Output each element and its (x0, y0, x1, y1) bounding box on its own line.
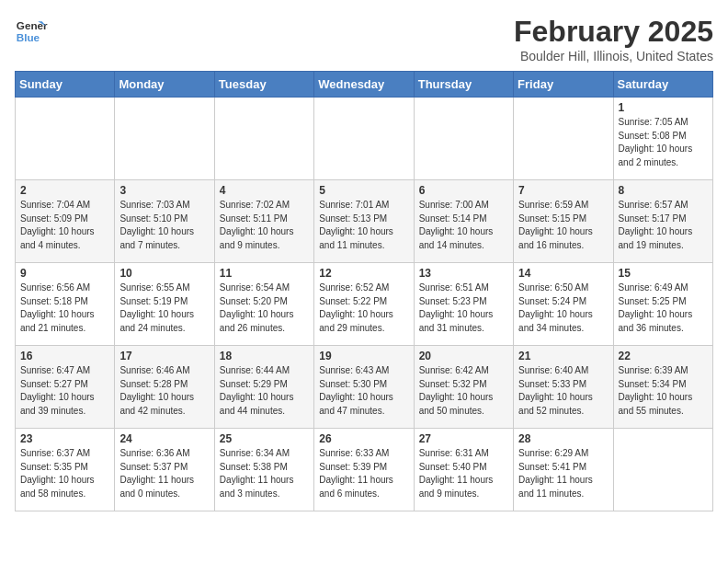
table-cell (414, 98, 513, 180)
day-number: 28 (518, 432, 608, 445)
day-info: Sunrise: 7:03 AM Sunset: 5:10 PM Dayligh… (119, 199, 209, 252)
table-cell: 19Sunrise: 6:43 AM Sunset: 5:30 PM Dayli… (314, 346, 414, 429)
table-cell: 5Sunrise: 7:01 AM Sunset: 5:13 PM Daylig… (314, 180, 414, 263)
day-number: 20 (419, 350, 508, 362)
day-number: 22 (619, 350, 708, 362)
day-info: Sunrise: 6:57 AM Sunset: 5:17 PM Dayligh… (619, 199, 708, 252)
day-number: 25 (220, 432, 309, 445)
svg-text:Blue: Blue (17, 31, 40, 43)
day-number: 1 (619, 101, 708, 114)
title-block: February 2025 Boulder Hill, Illinois, Un… (514, 15, 713, 63)
day-info: Sunrise: 6:47 AM Sunset: 5:27 PM Dayligh… (20, 364, 109, 418)
calendar-title: February 2025 (514, 15, 713, 49)
day-info: Sunrise: 6:46 AM Sunset: 5:28 PM Dayligh… (119, 364, 209, 418)
col-saturday: Saturday (613, 72, 712, 98)
col-thursday: Thursday (414, 72, 513, 98)
table-cell (214, 98, 313, 180)
day-number: 7 (518, 184, 608, 197)
day-info: Sunrise: 7:04 AM Sunset: 5:09 PM Dayligh… (20, 199, 109, 252)
week-row-2: 2Sunrise: 7:04 AM Sunset: 5:09 PM Daylig… (16, 180, 713, 263)
table-cell: 10Sunrise: 6:55 AM Sunset: 5:19 PM Dayli… (115, 263, 214, 346)
day-number: 9 (20, 267, 109, 280)
col-monday: Monday (115, 72, 214, 98)
table-cell (314, 98, 414, 180)
day-number: 2 (20, 184, 109, 197)
day-info: Sunrise: 6:29 AM Sunset: 5:41 PM Dayligh… (518, 447, 608, 500)
day-info: Sunrise: 6:31 AM Sunset: 5:40 PM Dayligh… (419, 447, 508, 500)
table-cell: 11Sunrise: 6:54 AM Sunset: 5:20 PM Dayli… (214, 263, 313, 346)
table-cell (613, 429, 712, 511)
calendar-subtitle: Boulder Hill, Illinois, United States (514, 49, 713, 63)
day-number: 24 (119, 432, 209, 445)
day-number: 6 (419, 184, 508, 197)
day-info: Sunrise: 7:05 AM Sunset: 5:08 PM Dayligh… (619, 116, 708, 169)
table-cell: 13Sunrise: 6:51 AM Sunset: 5:23 PM Dayli… (414, 263, 513, 346)
day-number: 11 (220, 267, 309, 280)
table-cell: 28Sunrise: 6:29 AM Sunset: 5:41 PM Dayli… (514, 429, 613, 511)
day-number: 16 (20, 350, 109, 362)
day-number: 26 (319, 432, 408, 445)
table-cell: 25Sunrise: 6:34 AM Sunset: 5:38 PM Dayli… (214, 429, 313, 511)
day-number: 27 (419, 432, 508, 445)
week-row-5: 23Sunrise: 6:37 AM Sunset: 5:35 PM Dayli… (16, 429, 713, 511)
day-number: 18 (220, 350, 309, 362)
table-cell: 18Sunrise: 6:44 AM Sunset: 5:29 PM Dayli… (214, 346, 313, 429)
table-cell: 16Sunrise: 6:47 AM Sunset: 5:27 PM Dayli… (16, 346, 115, 429)
table-cell: 24Sunrise: 6:36 AM Sunset: 5:37 PM Dayli… (115, 429, 214, 511)
table-cell: 15Sunrise: 6:49 AM Sunset: 5:25 PM Dayli… (613, 263, 712, 346)
calendar-header-row: Sunday Monday Tuesday Wednesday Thursday… (16, 72, 713, 98)
logo: General Blue (15, 15, 48, 48)
table-cell: 22Sunrise: 6:39 AM Sunset: 5:34 PM Dayli… (613, 346, 712, 429)
day-info: Sunrise: 6:55 AM Sunset: 5:19 PM Dayligh… (119, 282, 209, 335)
day-number: 21 (518, 350, 608, 362)
day-number: 14 (518, 267, 608, 280)
day-number: 10 (119, 267, 209, 280)
day-number: 4 (220, 184, 309, 197)
table-cell: 17Sunrise: 6:46 AM Sunset: 5:28 PM Dayli… (115, 346, 214, 429)
table-cell (514, 98, 613, 180)
table-cell: 1Sunrise: 7:05 AM Sunset: 5:08 PM Daylig… (613, 98, 712, 180)
day-info: Sunrise: 6:59 AM Sunset: 5:15 PM Dayligh… (518, 199, 608, 252)
day-number: 13 (419, 267, 508, 280)
table-cell (16, 98, 115, 180)
table-cell: 7Sunrise: 6:59 AM Sunset: 5:15 PM Daylig… (514, 180, 613, 263)
day-number: 23 (20, 432, 109, 445)
day-number: 19 (319, 350, 408, 362)
week-row-1: 1Sunrise: 7:05 AM Sunset: 5:08 PM Daylig… (16, 98, 713, 180)
table-cell: 4Sunrise: 7:02 AM Sunset: 5:11 PM Daylig… (214, 180, 313, 263)
day-info: Sunrise: 7:01 AM Sunset: 5:13 PM Dayligh… (319, 199, 408, 252)
table-cell: 26Sunrise: 6:33 AM Sunset: 5:39 PM Dayli… (314, 429, 414, 511)
logo-icon: General Blue (15, 15, 48, 48)
day-info: Sunrise: 6:42 AM Sunset: 5:32 PM Dayligh… (419, 364, 508, 418)
day-info: Sunrise: 6:54 AM Sunset: 5:20 PM Dayligh… (220, 282, 309, 335)
page-header: General Blue February 2025 Boulder Hill,… (15, 15, 713, 63)
day-info: Sunrise: 6:37 AM Sunset: 5:35 PM Dayligh… (20, 447, 109, 500)
day-number: 8 (619, 184, 708, 197)
day-info: Sunrise: 6:51 AM Sunset: 5:23 PM Dayligh… (419, 282, 508, 335)
table-cell: 20Sunrise: 6:42 AM Sunset: 5:32 PM Dayli… (414, 346, 513, 429)
col-sunday: Sunday (16, 72, 115, 98)
day-info: Sunrise: 6:56 AM Sunset: 5:18 PM Dayligh… (20, 282, 109, 335)
table-cell: 27Sunrise: 6:31 AM Sunset: 5:40 PM Dayli… (414, 429, 513, 511)
table-cell: 21Sunrise: 6:40 AM Sunset: 5:33 PM Dayli… (514, 346, 613, 429)
table-cell: 9Sunrise: 6:56 AM Sunset: 5:18 PM Daylig… (16, 263, 115, 346)
day-number: 12 (319, 267, 408, 280)
table-cell: 14Sunrise: 6:50 AM Sunset: 5:24 PM Dayli… (514, 263, 613, 346)
week-row-4: 16Sunrise: 6:47 AM Sunset: 5:27 PM Dayli… (16, 346, 713, 429)
day-number: 3 (119, 184, 209, 197)
week-row-3: 9Sunrise: 6:56 AM Sunset: 5:18 PM Daylig… (16, 263, 713, 346)
day-info: Sunrise: 7:00 AM Sunset: 5:14 PM Dayligh… (419, 199, 508, 252)
day-info: Sunrise: 7:02 AM Sunset: 5:11 PM Dayligh… (220, 199, 309, 252)
table-cell: 3Sunrise: 7:03 AM Sunset: 5:10 PM Daylig… (115, 180, 214, 263)
table-cell: 6Sunrise: 7:00 AM Sunset: 5:14 PM Daylig… (414, 180, 513, 263)
table-cell: 2Sunrise: 7:04 AM Sunset: 5:09 PM Daylig… (16, 180, 115, 263)
table-cell: 12Sunrise: 6:52 AM Sunset: 5:22 PM Dayli… (314, 263, 414, 346)
day-info: Sunrise: 6:43 AM Sunset: 5:30 PM Dayligh… (319, 364, 408, 418)
day-info: Sunrise: 6:40 AM Sunset: 5:33 PM Dayligh… (518, 364, 608, 418)
day-info: Sunrise: 6:33 AM Sunset: 5:39 PM Dayligh… (319, 447, 408, 500)
day-number: 5 (319, 184, 408, 197)
day-number: 15 (619, 267, 708, 280)
day-info: Sunrise: 6:44 AM Sunset: 5:29 PM Dayligh… (220, 364, 309, 418)
day-info: Sunrise: 6:34 AM Sunset: 5:38 PM Dayligh… (220, 447, 309, 500)
day-info: Sunrise: 6:36 AM Sunset: 5:37 PM Dayligh… (119, 447, 209, 500)
